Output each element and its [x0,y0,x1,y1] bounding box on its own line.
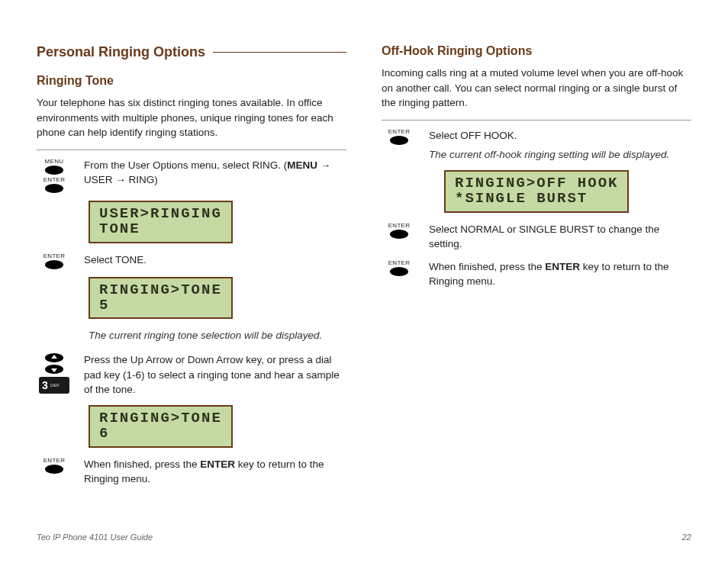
lcd-screen: USER>RINGING TONE [89,201,346,243]
page-content: Personal Ringing Options Ringing Tone Yo… [0,0,728,525]
enter-button-icon: ENTER [43,457,66,474]
lcd-display: USER>RINGING TONE [89,201,233,243]
step-text: Select NORMAL or SINGLE BURST to change … [429,222,691,252]
menu-button-icon: MENU [45,158,64,175]
divider [37,150,346,150]
right-column: Off-Hook Ringing Options Incoming calls … [382,44,691,494]
step-row: 3 DEF Press the Up Arrow or Down Arrow k… [37,352,346,397]
step-text: Select TONE. [84,253,346,268]
left-column: Personal Ringing Options Ringing Tone Yo… [37,44,346,494]
enter-button-icon: ENTER [43,253,66,269]
step-icons: MENU ENTER [37,158,72,193]
lcd-display: RINGING>OFF HOOK *SINGLE BURST [444,170,629,213]
step-icons: ENTER [382,259,417,276]
subsection-title: Off-Hook Ringing Options [382,44,691,58]
step-icons: 3 DEF [37,352,72,394]
step-icons: ENTER [37,253,72,269]
step-icons: ENTER [382,222,417,239]
lcd-display: RINGING>TONE 5 [89,277,233,320]
step-icons: ENTER [382,128,417,145]
footer-page-number: 22 [682,532,691,542]
step-icons: ENTER [37,457,72,474]
note-text: The current off-hook ringing setting wil… [429,147,691,162]
step-row: MENU ENTER From the User Options menu, s… [37,158,346,193]
up-arrow-icon [45,352,63,362]
step-row: ENTER Select NORMAL or SINGLE BURST to c… [382,222,691,252]
step-text: Select OFF HOOK. The current off-hook ri… [429,128,691,162]
lcd-screen: RINGING>OFF HOOK *SINGLE BURST [444,170,691,213]
enter-button-icon: ENTER [43,176,66,193]
page-footer: Teo IP Phone 4101 User Guide 22 [37,532,691,542]
subsection-title: Ringing Tone [37,74,346,88]
section-title: Personal Ringing Options [37,44,346,60]
lcd-display: RINGING>TONE 6 [89,405,233,448]
step-text: Press the Up Arrow or Down Arrow key, or… [84,352,346,397]
lcd-screen: RINGING>TONE 6 [89,405,346,448]
step-row: ENTER Select OFF HOOK. The current off-h… [382,128,691,162]
step-row: ENTER When finished, press the ENTER key… [382,259,691,289]
down-arrow-icon [45,364,63,374]
intro-paragraph: Your telephone has six distinct ringing … [37,95,346,140]
intro-paragraph: Incoming calls ring at a muted volume le… [382,66,691,111]
enter-button-icon: ENTER [388,259,411,276]
lcd-screen: RINGING>TONE 5 [89,277,346,320]
step-row: ENTER Select TONE. [37,253,346,269]
divider [382,120,691,121]
section-title-text: Personal Ringing Options [37,44,205,60]
step-row: ENTER When finished, press the ENTER key… [37,457,346,487]
note-text: The current ringing tone selection will … [89,328,346,343]
step-text: From the User Options menu, select RING.… [84,158,346,188]
enter-button-icon: ENTER [388,222,411,239]
enter-button-icon: ENTER [388,128,411,145]
step-text: When finished, press the ENTER key to re… [84,457,346,487]
dialpad-key-icon: 3 DEF [39,377,69,394]
footer-title: Teo IP Phone 4101 User Guide [37,532,153,542]
step-text: When finished, press the ENTER key to re… [429,259,691,289]
